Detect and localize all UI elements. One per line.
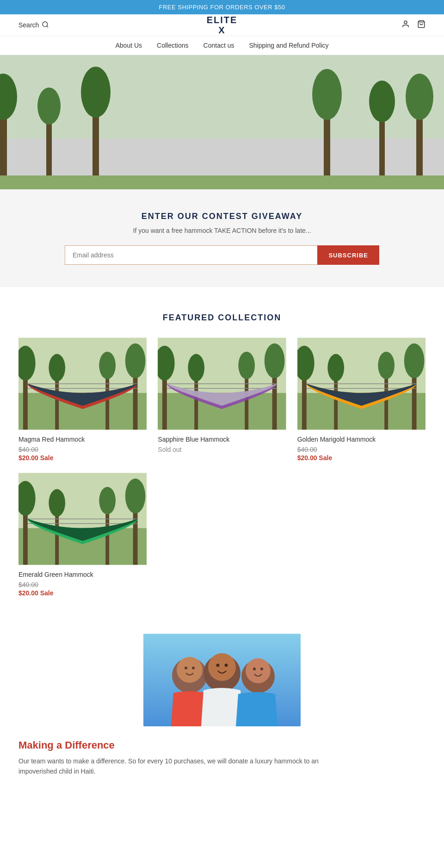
product-image-magma-red (18, 337, 147, 430)
contest-subtitle: If you want a free hammock TAKE ACTION b… (18, 227, 426, 234)
svg-point-70 (185, 667, 187, 669)
product-name-emerald-green: Emerald Green Hammock (18, 571, 147, 578)
login-icon[interactable] (401, 20, 410, 30)
search-trigger[interactable]: Search (18, 21, 49, 30)
svg-point-48 (404, 343, 424, 378)
svg-point-75 (225, 664, 228, 667)
svg-point-26 (49, 354, 65, 381)
product-original-price-golden-marigold: $40.00 (297, 446, 426, 453)
product-original-price-magma-red: $40.00 (18, 446, 147, 453)
svg-point-78 (253, 668, 256, 670)
svg-point-24 (125, 343, 146, 378)
svg-point-38 (188, 354, 205, 381)
difference-section: Making a Difference Our team wants to ma… (0, 615, 444, 803)
header-actions (401, 20, 426, 30)
main-nav: About Us Collections Contact us Shipping… (0, 36, 444, 55)
svg-point-28 (99, 352, 116, 379)
announcement-text: FREE SHIPPING FOR ORDERS OVER $50 (159, 4, 285, 11)
nav-about[interactable]: About Us (115, 42, 142, 49)
svg-point-13 (312, 69, 342, 120)
contest-section: ENTER OUR CONTEST GIVEAWAY If you want a… (0, 189, 444, 287)
logo-line1: ELITE (207, 15, 238, 25)
hero-banner (0, 55, 444, 189)
subscribe-button[interactable]: SUBSCRIBE (317, 245, 379, 265)
email-form: SUBSCRIBE (65, 245, 379, 265)
svg-point-60 (125, 479, 146, 513)
product-name-golden-marigold: Golden Marigold Hammock (297, 436, 426, 443)
cart-icon[interactable] (417, 20, 426, 30)
svg-point-52 (378, 352, 395, 379)
announcement-bar: FREE SHIPPING FOR ORDERS OVER $50 (0, 0, 444, 14)
svg-line-1 (47, 26, 48, 27)
svg-point-74 (216, 664, 220, 667)
product-name-sapphire-blue: Sapphire Blue Hammock (158, 436, 286, 443)
product-sale-price-magma-red: $20.00 Sale (18, 454, 147, 462)
featured-title: FEATURED COLLECTION (18, 313, 426, 323)
svg-point-36 (265, 343, 285, 378)
svg-point-2 (404, 21, 407, 24)
email-input[interactable] (65, 245, 317, 265)
svg-point-73 (208, 653, 236, 681)
nav-shipping[interactable]: Shipping and Refund Policy (249, 42, 329, 49)
svg-point-79 (260, 668, 263, 670)
difference-image (143, 634, 301, 726)
product-image-golden-marigold (297, 337, 426, 430)
svg-point-15 (369, 81, 395, 122)
svg-point-71 (192, 667, 195, 669)
svg-point-40 (239, 352, 255, 379)
svg-point-11 (81, 67, 111, 118)
product-card-sapphire-blue[interactable]: Sapphire Blue Hammock Sold out (158, 337, 286, 462)
featured-section: FEATURED COLLECTION (0, 287, 444, 615)
product-sale-price-emerald-green: $20.00 Sale (18, 589, 147, 597)
products-grid: Magma Red Hammock $40.00 $20.00 Sale (18, 337, 426, 597)
site-logo[interactable]: ELITE X (207, 15, 238, 35)
nav-contact[interactable]: Contact us (204, 42, 234, 49)
product-card-golden-marigold[interactable]: Golden Marigold Hammock $40.00 $20.00 Sa… (297, 337, 426, 462)
svg-point-17 (406, 74, 433, 120)
svg-point-69 (177, 657, 203, 683)
svg-point-62 (49, 489, 65, 517)
product-original-price-emerald-green: $40.00 (18, 581, 147, 588)
search-label: Search (18, 21, 39, 29)
difference-heading: Making a Difference (18, 739, 426, 751)
product-image-emerald-green (18, 473, 147, 565)
svg-rect-18 (0, 175, 444, 189)
difference-text: Our team wants to make a difference. So … (18, 756, 342, 777)
svg-point-50 (327, 354, 344, 381)
contest-title: ENTER OUR CONTEST GIVEAWAY (18, 212, 426, 221)
product-card-emerald-green[interactable]: Emerald Green Hammock $40.00 $20.00 Sale (18, 473, 147, 597)
svg-point-77 (246, 658, 271, 683)
header: Search ELITE X (0, 14, 444, 36)
search-icon (42, 21, 49, 30)
svg-point-64 (99, 487, 116, 514)
product-image-sapphire-blue (158, 337, 286, 430)
product-card-magma-red[interactable]: Magma Red Hammock $40.00 $20.00 Sale (18, 337, 147, 462)
svg-point-0 (43, 22, 48, 27)
logo-line2: X (207, 25, 238, 35)
svg-point-9 (37, 87, 61, 125)
nav-collections[interactable]: Collections (157, 42, 188, 49)
product-sold-out-sapphire-blue: Sold out (158, 446, 286, 453)
product-name-magma-red: Magma Red Hammock (18, 436, 147, 443)
product-sale-price-golden-marigold: $20.00 Sale (297, 454, 426, 462)
